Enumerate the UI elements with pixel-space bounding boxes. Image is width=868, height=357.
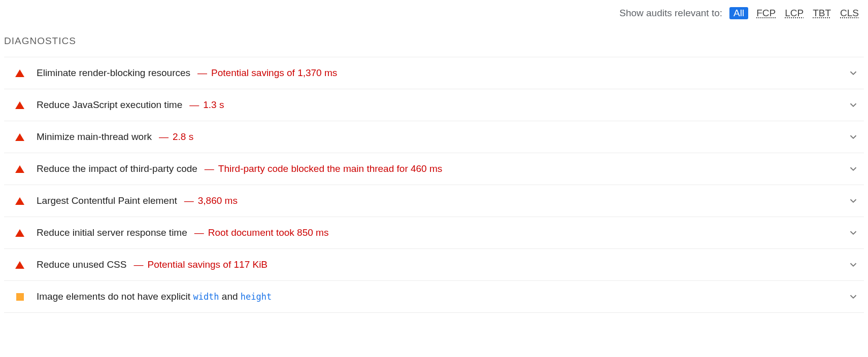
triangle-fail-icon [14, 261, 25, 269]
audit-detail: Root document took 850 ms [208, 227, 329, 238]
filter-bar: Show audits relevant to: All FCP LCP TBT… [4, 4, 864, 28]
code-token: width [193, 292, 219, 302]
chevron-down-icon[interactable] [848, 163, 859, 174]
triangle-fail-icon [14, 133, 25, 141]
triangle-fail-icon [14, 69, 25, 77]
code-token: height [241, 292, 272, 302]
audit-detail: 3,860 ms [198, 195, 238, 206]
chevron-down-icon[interactable] [848, 67, 859, 79]
audit-title: Reduce the impact of third-party code [37, 163, 197, 174]
filter-chip-tbt[interactable]: TBT [812, 7, 832, 19]
audit-title: Minimize main-thread work [37, 131, 152, 142]
detail-separator: — [184, 195, 194, 206]
filter-label: Show audits relevant to: [619, 8, 722, 19]
audit-row[interactable]: Minimize main-thread work—2.8 s [4, 121, 864, 153]
triangle-fail-icon [14, 101, 25, 109]
audit-row[interactable]: Eliminate render-blocking resources—Pote… [4, 57, 864, 89]
detail-separator: — [159, 131, 169, 142]
audit-detail: Potential savings of 1,370 ms [211, 67, 337, 79]
audit-title: Eliminate render-blocking resources [37, 67, 190, 79]
audit-title: Largest Contentful Paint element [37, 195, 177, 206]
audit-row[interactable]: Reduce initial server response time—Root… [4, 217, 864, 248]
section-title: DIAGNOSTICS [4, 28, 864, 57]
filter-chip-fcp[interactable]: FCP [755, 7, 777, 19]
audit-row[interactable]: Reduce JavaScript execution time—1.3 s [4, 89, 864, 121]
chevron-down-icon[interactable] [848, 195, 859, 206]
detail-separator: — [205, 163, 214, 174]
chevron-down-icon[interactable] [848, 131, 859, 142]
audit-title: Reduce unused CSS [37, 259, 126, 270]
audit-list: Eliminate render-blocking resources—Pote… [4, 57, 864, 313]
filter-chip-lcp[interactable]: LCP [784, 7, 805, 19]
filter-chip-cls[interactable]: CLS [839, 7, 860, 19]
audit-title: Reduce JavaScript execution time [37, 99, 182, 111]
triangle-fail-icon [14, 229, 25, 237]
audit-row[interactable]: Largest Contentful Paint element—3,860 m… [4, 185, 864, 217]
audit-title: Reduce initial server response time [37, 227, 187, 238]
audit-row[interactable]: Image elements do not have explicit widt… [4, 280, 864, 313]
detail-separator: — [194, 227, 204, 238]
triangle-fail-icon [14, 197, 25, 205]
detail-separator: — [133, 259, 143, 270]
audit-detail: Potential savings of 117 KiB [147, 259, 268, 270]
chevron-down-icon[interactable] [848, 291, 859, 302]
chevron-down-icon[interactable] [848, 259, 859, 270]
square-warn-icon [14, 293, 25, 301]
audit-detail: 1.3 s [203, 99, 224, 111]
filter-chip-all[interactable]: All [729, 7, 748, 19]
audit-title: Image elements do not have explicit widt… [37, 291, 272, 302]
audit-detail: Third-party code blocked the main thread… [218, 163, 442, 174]
chevron-down-icon[interactable] [848, 227, 859, 238]
detail-separator: — [189, 99, 199, 111]
audit-row[interactable]: Reduce the impact of third-party code—Th… [4, 153, 864, 185]
audit-row[interactable]: Reduce unused CSS—Potential savings of 1… [4, 248, 864, 280]
audit-detail: 2.8 s [173, 131, 193, 142]
triangle-fail-icon [14, 165, 25, 173]
chevron-down-icon[interactable] [848, 99, 859, 111]
detail-separator: — [197, 67, 207, 79]
